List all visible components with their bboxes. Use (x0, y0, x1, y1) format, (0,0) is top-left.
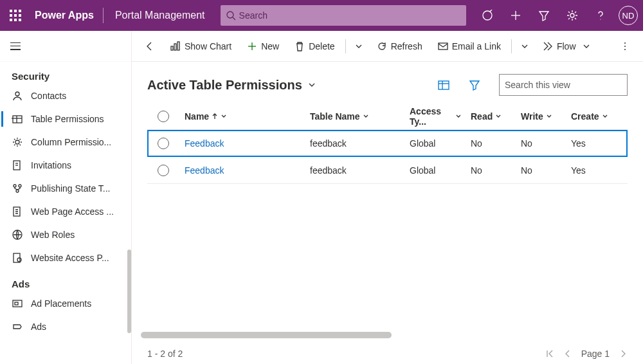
chevron-down-icon (363, 113, 369, 120)
col-create[interactable]: Create (566, 111, 616, 122)
show-chart-label: Show Chart (185, 41, 231, 51)
cell-name[interactable]: Feedback (185, 165, 224, 176)
first-page-button[interactable] (545, 349, 554, 358)
svg-point-31 (624, 42, 626, 44)
table-row[interactable]: FeedbackfeedbackGlobalNoNoYes (147, 130, 628, 157)
table-row[interactable]: FeedbackfeedbackGlobalNoNoYes (147, 157, 628, 184)
filter-button[interactable] (463, 73, 486, 96)
sidebar-item[interactable]: Ad Placements (0, 292, 131, 315)
cell-read: No (466, 138, 516, 149)
waffle-icon[interactable] (5, 5, 26, 26)
col-table-name[interactable]: Table Name (305, 111, 404, 122)
sidebar-item[interactable]: Web Page Access ... (0, 200, 131, 223)
prev-page-button[interactable] (563, 349, 572, 358)
separator (511, 39, 512, 53)
chart-icon (170, 41, 181, 51)
sidebar-scrollbar[interactable] (127, 250, 131, 333)
flow-label: Flow (557, 41, 576, 51)
sidebar-item[interactable]: Ads (0, 315, 131, 338)
email-link-button[interactable]: Email a Link (431, 35, 507, 58)
new-label: New (261, 41, 279, 51)
sidebar-item[interactable]: Contacts (0, 84, 131, 107)
nav-label: Publishing State T... (31, 183, 110, 194)
nav-icon (12, 136, 23, 148)
svg-rect-23 (13, 300, 22, 307)
select-all-checkbox[interactable] (158, 111, 169, 122)
global-search[interactable] (221, 5, 466, 26)
col-access-type[interactable]: Access Ty... (404, 106, 466, 127)
next-page-button[interactable] (619, 349, 628, 358)
back-button[interactable] (138, 35, 161, 58)
help-icon[interactable] (588, 0, 613, 31)
nav-group-security: Security (0, 62, 131, 84)
nav-label: Web Page Access ... (31, 206, 114, 217)
data-grid: Name Table Name Access Ty... Read Write … (132, 103, 643, 184)
refresh-label: Refresh (391, 41, 422, 51)
edit-columns-button[interactable] (432, 73, 455, 96)
separator (345, 39, 346, 53)
delete-menu[interactable] (350, 35, 368, 58)
global-search-input[interactable] (239, 10, 461, 21)
nav-icon (12, 252, 23, 264)
main-content: Show Chart New Delete Refresh Email a Li… (132, 31, 643, 364)
divider (103, 8, 104, 23)
sidebar-item[interactable]: Table Permissions (0, 107, 131, 131)
row-checkbox[interactable] (158, 138, 169, 149)
refresh-icon (377, 41, 387, 51)
mail-icon (438, 41, 448, 51)
delete-button[interactable]: Delete (288, 35, 341, 58)
svg-rect-9 (13, 116, 22, 123)
view-search[interactable] (499, 74, 628, 96)
email-link-label: Email a Link (452, 41, 501, 51)
app-title[interactable]: Portal Management (109, 10, 212, 21)
svg-point-8 (15, 92, 19, 96)
nav-label: Invitations (31, 160, 71, 170)
svg-rect-34 (439, 81, 449, 89)
svg-point-0 (227, 12, 233, 18)
horizontal-scrollbar[interactable] (141, 332, 392, 338)
sidebar-item[interactable]: Publishing State T... (0, 177, 131, 200)
nav-icon (12, 321, 23, 332)
cell-read: No (466, 165, 516, 176)
chevron-down-icon (221, 113, 227, 120)
sort-asc-icon (212, 113, 218, 120)
sidebar-item[interactable]: Invitations (0, 154, 131, 177)
chevron-down-icon (602, 113, 608, 120)
chevron-down-icon (455, 113, 460, 120)
avatar[interactable]: ND (619, 6, 638, 25)
flow-button[interactable]: Flow (536, 35, 597, 58)
sidebar-item[interactable]: Website Access P... (0, 246, 131, 269)
cell-create: Yes (566, 165, 616, 176)
hamburger-button[interactable] (0, 31, 131, 62)
sidebar-item[interactable]: Column Permissio... (0, 131, 131, 154)
nav-label: Column Permissio... (31, 137, 111, 147)
cell-name[interactable]: Feedback (185, 138, 224, 149)
sidebar-item[interactable]: Web Roles (0, 223, 131, 246)
nav-icon (12, 229, 23, 241)
cell-table-name: feedback (305, 138, 404, 149)
nav-label: Contacts (31, 91, 66, 101)
col-read[interactable]: Read (466, 111, 516, 122)
pager-status: 1 - 2 of 2 (147, 349, 183, 359)
cell-write: No (516, 138, 566, 149)
new-button[interactable]: New (240, 35, 285, 58)
flow-icon (543, 41, 553, 51)
show-chart-button[interactable]: Show Chart (164, 35, 238, 58)
email-menu[interactable] (516, 35, 534, 58)
view-search-input[interactable] (505, 80, 617, 90)
row-checkbox[interactable] (158, 165, 169, 176)
add-icon[interactable] (503, 0, 529, 31)
filter-icon[interactable] (531, 0, 557, 31)
refresh-button[interactable]: Refresh (370, 35, 429, 58)
col-name[interactable]: Name (179, 111, 305, 122)
assistant-icon[interactable] (475, 0, 500, 31)
more-commands[interactable] (613, 35, 637, 58)
page-label: Page 1 (581, 349, 610, 359)
settings-icon[interactable] (559, 0, 585, 31)
left-nav: Security ContactsTable PermissionsColumn… (0, 31, 132, 364)
col-write[interactable]: Write (516, 111, 566, 122)
nav-label: Ads (31, 322, 46, 332)
app-header: Power Apps Portal Management ND (0, 0, 643, 31)
view-title-button[interactable]: Active Table Permissions (147, 78, 316, 93)
app-name[interactable]: Power Apps (31, 10, 98, 21)
